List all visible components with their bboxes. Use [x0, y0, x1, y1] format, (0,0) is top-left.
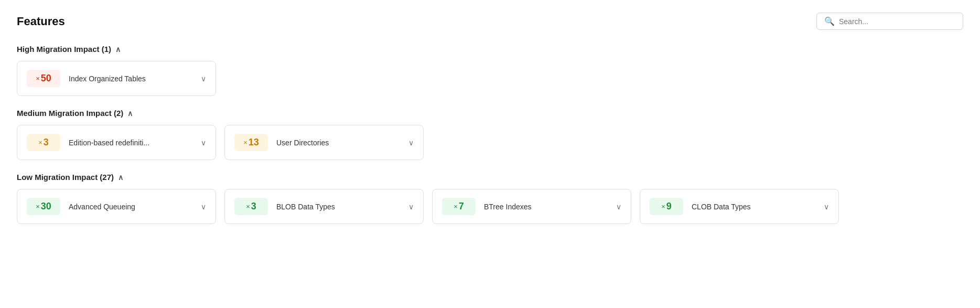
chevron-down-icon[interactable]: ∨: [408, 203, 414, 211]
badge-multiplier: ×: [36, 75, 40, 82]
sections-container: High Migration Impact (1)∧×50Index Organ…: [17, 45, 963, 224]
card-left: ×9CLOB Data Types: [650, 198, 751, 215]
badge-multiplier: ×: [243, 139, 247, 146]
cards-row-low: ×30Advanced Queueing∨×3BLOB Data Types∨×…: [17, 189, 963, 224]
search-icon: 🔍: [824, 16, 835, 26]
card-left: ×3Edition-based redefiniti...: [27, 134, 149, 151]
badge-count: 7: [459, 201, 464, 212]
card-label: CLOB Data Types: [692, 203, 751, 211]
card-label: BTree Indexes: [484, 203, 532, 211]
cards-row-medium: ×3Edition-based redefiniti...∨×13User Di…: [17, 125, 963, 160]
card-badge: ×9: [650, 198, 683, 215]
feature-card[interactable]: ×50Index Organized Tables∨: [17, 61, 216, 96]
badge-count: 3: [251, 201, 256, 212]
search-box: 🔍: [816, 13, 963, 30]
card-label: Advanced Queueing: [69, 203, 135, 211]
badge-multiplier: ×: [38, 139, 42, 146]
badge-count: 13: [249, 137, 259, 148]
card-left: ×13User Directories: [234, 134, 329, 151]
chevron-down-icon[interactable]: ∨: [616, 203, 621, 211]
section-high: High Migration Impact (1)∧×50Index Organ…: [17, 45, 963, 96]
card-label: Index Organized Tables: [69, 75, 146, 83]
feature-card[interactable]: ×3BLOB Data Types∨: [224, 189, 424, 224]
card-left: ×7BTree Indexes: [442, 198, 532, 215]
card-badge: ×13: [234, 134, 268, 151]
section-label-medium: Medium Migration Impact (2): [17, 109, 123, 118]
feature-card[interactable]: ×30Advanced Queueing∨: [17, 189, 216, 224]
section-header-low: Low Migration Impact (27)∧: [17, 173, 963, 182]
section-header-medium: Medium Migration Impact (2)∧: [17, 109, 963, 118]
card-badge: ×30: [27, 198, 60, 215]
badge-count: 30: [41, 201, 51, 212]
card-badge: ×7: [442, 198, 476, 215]
chevron-down-icon[interactable]: ∨: [201, 203, 206, 211]
section-label-high: High Migration Impact (1): [17, 45, 111, 54]
chevron-up-icon-high[interactable]: ∧: [115, 45, 121, 54]
badge-count: 50: [41, 73, 51, 84]
chevron-down-icon[interactable]: ∨: [408, 139, 414, 147]
feature-card[interactable]: ×7BTree Indexes∨: [432, 189, 631, 224]
feature-card[interactable]: ×9CLOB Data Types∨: [640, 189, 839, 224]
badge-count: 9: [666, 201, 672, 212]
page-header: Features 🔍: [17, 13, 963, 30]
card-left: ×50Index Organized Tables: [27, 70, 146, 87]
search-input[interactable]: [839, 17, 955, 26]
card-label: User Directories: [276, 139, 329, 147]
card-left: ×30Advanced Queueing: [27, 198, 135, 215]
section-low: Low Migration Impact (27)∧×30Advanced Qu…: [17, 173, 963, 224]
chevron-up-icon-low[interactable]: ∧: [118, 173, 123, 182]
section-label-low: Low Migration Impact (27): [17, 173, 114, 182]
chevron-up-icon-medium[interactable]: ∧: [127, 109, 133, 118]
card-label: BLOB Data Types: [276, 203, 335, 211]
badge-multiplier: ×: [454, 203, 458, 210]
card-badge: ×50: [27, 70, 60, 87]
section-header-high: High Migration Impact (1)∧: [17, 45, 963, 54]
chevron-down-icon[interactable]: ∨: [201, 75, 206, 83]
card-left: ×3BLOB Data Types: [234, 198, 335, 215]
feature-card[interactable]: ×13User Directories∨: [224, 125, 424, 160]
feature-card[interactable]: ×3Edition-based redefiniti...∨: [17, 125, 216, 160]
badge-multiplier: ×: [36, 203, 40, 210]
badge-count: 3: [44, 137, 49, 148]
card-badge: ×3: [27, 134, 60, 151]
badge-multiplier: ×: [246, 203, 250, 210]
badge-multiplier: ×: [661, 203, 665, 210]
chevron-down-icon[interactable]: ∨: [824, 203, 829, 211]
section-medium: Medium Migration Impact (2)∧×3Edition-ba…: [17, 109, 963, 160]
card-label: Edition-based redefiniti...: [69, 139, 149, 147]
card-badge: ×3: [234, 198, 268, 215]
cards-row-high: ×50Index Organized Tables∨: [17, 61, 963, 96]
page-title: Features: [17, 15, 65, 28]
chevron-down-icon[interactable]: ∨: [201, 139, 206, 147]
